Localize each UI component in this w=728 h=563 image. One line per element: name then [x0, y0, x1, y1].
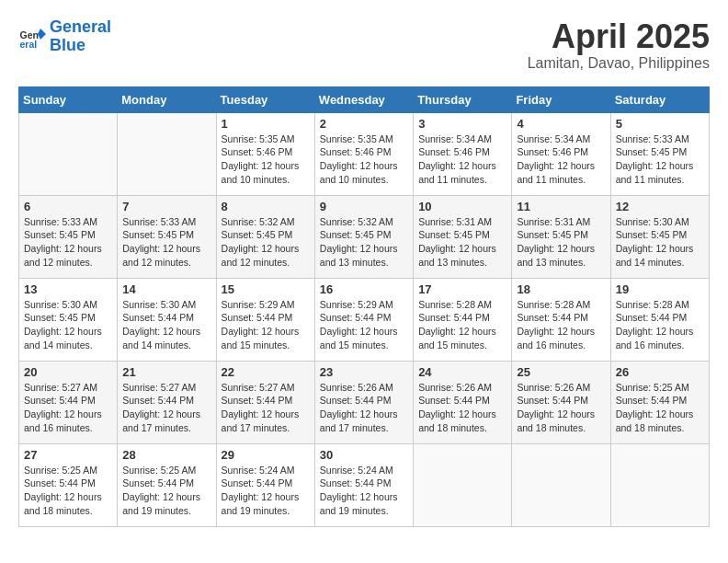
day-number: 21	[122, 365, 210, 379]
calendar-cell: 1Sunrise: 5:35 AMSunset: 5:46 PMDaylight…	[216, 112, 314, 195]
calendar-cell: 6Sunrise: 5:33 AMSunset: 5:45 PMDaylight…	[19, 195, 118, 278]
svg-text:eral: eral	[20, 39, 38, 50]
day-number: 19	[616, 282, 704, 296]
day-info: Sunrise: 5:25 AMSunset: 5:44 PMDaylight:…	[122, 464, 210, 518]
calendar-cell: 22Sunrise: 5:27 AMSunset: 5:44 PMDayligh…	[216, 361, 314, 443]
calendar-cell: 21Sunrise: 5:27 AMSunset: 5:44 PMDayligh…	[118, 361, 216, 443]
calendar-cell: 5Sunrise: 5:33 AMSunset: 5:45 PMDaylight…	[610, 112, 709, 195]
day-number: 29	[222, 448, 310, 462]
day-number: 24	[418, 365, 506, 379]
day-info: Sunrise: 5:26 AMSunset: 5:44 PMDaylight:…	[418, 381, 506, 435]
page-header: Gen eral GeneralBlue April 2025 Lamitan,…	[18, 18, 710, 72]
day-number: 13	[24, 282, 112, 296]
calendar-cell	[118, 112, 216, 195]
calendar-cell	[414, 443, 512, 526]
day-info: Sunrise: 5:25 AMSunset: 5:44 PMDaylight:…	[24, 464, 112, 518]
day-info: Sunrise: 5:34 AMSunset: 5:46 PMDaylight:…	[418, 132, 506, 187]
calendar-week-row: 13Sunrise: 5:30 AMSunset: 5:45 PMDayligh…	[19, 278, 710, 361]
day-number: 16	[320, 282, 408, 296]
calendar-cell: 24Sunrise: 5:26 AMSunset: 5:44 PMDayligh…	[414, 361, 512, 443]
calendar-cell: 13Sunrise: 5:30 AMSunset: 5:45 PMDayligh…	[19, 278, 118, 361]
day-number: 2	[320, 117, 408, 131]
day-number: 18	[517, 282, 605, 296]
day-info: Sunrise: 5:33 AMSunset: 5:45 PMDaylight:…	[122, 215, 210, 270]
title-block: April 2025 Lamitan, Davao, Philippines	[528, 18, 710, 72]
day-info: Sunrise: 5:34 AMSunset: 5:46 PMDaylight:…	[517, 132, 605, 187]
calendar-table: SundayMondayTuesdayWednesdayThursdayFrid…	[18, 86, 710, 527]
day-number: 20	[24, 365, 112, 379]
day-info: Sunrise: 5:25 AMSunset: 5:44 PMDaylight:…	[616, 381, 704, 435]
day-info: Sunrise: 5:27 AMSunset: 5:44 PMDaylight:…	[24, 381, 112, 435]
day-number: 30	[320, 448, 408, 462]
calendar-cell: 29Sunrise: 5:24 AMSunset: 5:44 PMDayligh…	[216, 443, 314, 526]
day-number: 15	[222, 282, 310, 296]
day-info: Sunrise: 5:30 AMSunset: 5:45 PMDaylight:…	[24, 298, 112, 352]
logo-text: GeneralBlue	[50, 18, 111, 55]
calendar-cell: 8Sunrise: 5:32 AMSunset: 5:45 PMDaylight…	[216, 195, 314, 278]
day-info: Sunrise: 5:24 AMSunset: 5:44 PMDaylight:…	[222, 464, 310, 518]
calendar-cell: 25Sunrise: 5:26 AMSunset: 5:44 PMDayligh…	[512, 361, 610, 443]
day-info: Sunrise: 5:32 AMSunset: 5:45 PMDaylight:…	[320, 215, 408, 270]
calendar-cell: 28Sunrise: 5:25 AMSunset: 5:44 PMDayligh…	[118, 443, 216, 526]
calendar-cell: 7Sunrise: 5:33 AMSunset: 5:45 PMDaylight…	[118, 195, 216, 278]
day-info: Sunrise: 5:35 AMSunset: 5:46 PMDaylight:…	[320, 132, 408, 187]
calendar-cell: 30Sunrise: 5:24 AMSunset: 5:44 PMDayligh…	[314, 443, 413, 526]
weekday-header: Friday	[512, 86, 610, 112]
calendar-week-row: 6Sunrise: 5:33 AMSunset: 5:45 PMDaylight…	[19, 195, 710, 278]
day-info: Sunrise: 5:32 AMSunset: 5:45 PMDaylight:…	[222, 215, 310, 270]
day-number: 3	[418, 117, 506, 131]
weekday-header-row: SundayMondayTuesdayWednesdayThursdayFrid…	[19, 86, 710, 112]
logo-icon: Gen eral	[18, 23, 46, 51]
weekday-header: Monday	[118, 86, 216, 112]
calendar-cell: 23Sunrise: 5:26 AMSunset: 5:44 PMDayligh…	[314, 361, 413, 443]
day-number: 5	[616, 117, 704, 131]
day-info: Sunrise: 5:30 AMSunset: 5:45 PMDaylight:…	[616, 215, 704, 270]
calendar-cell: 17Sunrise: 5:28 AMSunset: 5:44 PMDayligh…	[414, 278, 512, 361]
day-number: 23	[320, 365, 408, 379]
day-info: Sunrise: 5:33 AMSunset: 5:45 PMDaylight:…	[24, 215, 112, 270]
calendar-cell	[610, 443, 709, 526]
day-number: 27	[24, 448, 112, 462]
day-info: Sunrise: 5:28 AMSunset: 5:44 PMDaylight:…	[517, 298, 605, 352]
day-number: 1	[222, 117, 310, 131]
weekday-header: Thursday	[414, 86, 512, 112]
day-number: 26	[616, 365, 704, 379]
day-info: Sunrise: 5:31 AMSunset: 5:45 PMDaylight:…	[418, 215, 506, 270]
day-info: Sunrise: 5:24 AMSunset: 5:44 PMDaylight:…	[320, 464, 408, 518]
day-info: Sunrise: 5:27 AMSunset: 5:44 PMDaylight:…	[222, 381, 310, 435]
weekday-header: Tuesday	[216, 86, 314, 112]
day-info: Sunrise: 5:35 AMSunset: 5:46 PMDaylight:…	[222, 132, 310, 187]
day-info: Sunrise: 5:31 AMSunset: 5:45 PMDaylight:…	[517, 215, 605, 270]
day-info: Sunrise: 5:26 AMSunset: 5:44 PMDaylight:…	[320, 381, 408, 435]
day-number: 25	[517, 365, 605, 379]
calendar-cell: 26Sunrise: 5:25 AMSunset: 5:44 PMDayligh…	[610, 361, 709, 443]
calendar-cell: 20Sunrise: 5:27 AMSunset: 5:44 PMDayligh…	[19, 361, 118, 443]
calendar-cell: 16Sunrise: 5:29 AMSunset: 5:44 PMDayligh…	[314, 278, 413, 361]
day-number: 8	[222, 200, 310, 213]
calendar-cell: 14Sunrise: 5:30 AMSunset: 5:44 PMDayligh…	[118, 278, 216, 361]
weekday-header: Saturday	[610, 86, 709, 112]
logo: Gen eral GeneralBlue	[18, 18, 111, 55]
day-info: Sunrise: 5:28 AMSunset: 5:44 PMDaylight:…	[616, 298, 704, 352]
weekday-header: Wednesday	[314, 86, 413, 112]
day-number: 11	[517, 200, 605, 213]
day-info: Sunrise: 5:26 AMSunset: 5:44 PMDaylight:…	[517, 381, 605, 435]
day-number: 28	[122, 448, 210, 462]
calendar-cell: 2Sunrise: 5:35 AMSunset: 5:46 PMDaylight…	[314, 112, 413, 195]
day-number: 17	[418, 282, 506, 296]
calendar-cell: 3Sunrise: 5:34 AMSunset: 5:46 PMDaylight…	[414, 112, 512, 195]
day-info: Sunrise: 5:29 AMSunset: 5:44 PMDaylight:…	[320, 298, 408, 352]
day-number: 12	[616, 200, 704, 213]
calendar-cell	[512, 443, 610, 526]
calendar-cell: 18Sunrise: 5:28 AMSunset: 5:44 PMDayligh…	[512, 278, 610, 361]
calendar-cell: 10Sunrise: 5:31 AMSunset: 5:45 PMDayligh…	[414, 195, 512, 278]
calendar-week-row: 20Sunrise: 5:27 AMSunset: 5:44 PMDayligh…	[19, 361, 710, 443]
svg-marker-2	[38, 29, 46, 40]
calendar-cell: 12Sunrise: 5:30 AMSunset: 5:45 PMDayligh…	[610, 195, 709, 278]
day-number: 9	[320, 200, 408, 213]
calendar-cell: 9Sunrise: 5:32 AMSunset: 5:45 PMDaylight…	[314, 195, 413, 278]
day-number: 10	[418, 200, 506, 213]
day-info: Sunrise: 5:29 AMSunset: 5:44 PMDaylight:…	[222, 298, 310, 352]
day-info: Sunrise: 5:30 AMSunset: 5:44 PMDaylight:…	[122, 298, 210, 352]
calendar-cell: 19Sunrise: 5:28 AMSunset: 5:44 PMDayligh…	[610, 278, 709, 361]
